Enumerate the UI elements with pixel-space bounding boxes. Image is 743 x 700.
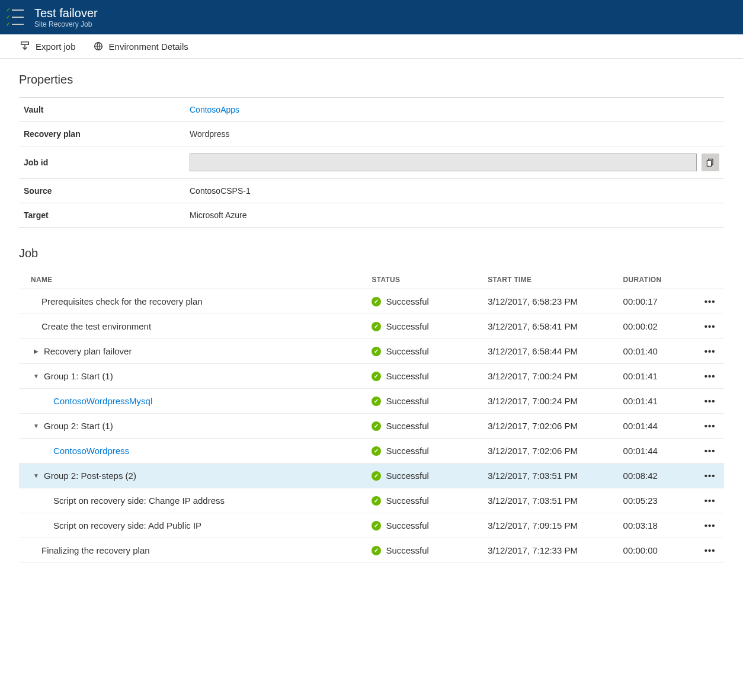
start-time-value: 3/12/2017, 7:12:33 PM [483, 538, 618, 563]
export-job-label: Export job [36, 41, 76, 52]
ellipsis-icon: ••• [704, 321, 716, 331]
recovery-plan-label: Recovery plan [19, 122, 185, 146]
col-status-header[interactable]: STATUS [367, 271, 483, 289]
start-time-value: 3/12/2017, 7:02:06 PM [483, 439, 618, 464]
table-row[interactable]: Finalizing the recovery plan✓Successful3… [19, 538, 724, 563]
table-row[interactable]: Group 2: Start (1)✓Successful3/12/2017, … [19, 414, 724, 439]
status-text: Successful [386, 396, 429, 406]
table-row[interactable]: ContosoWordpress✓Successful3/12/2017, 7:… [19, 439, 724, 464]
status-text: Successful [386, 321, 429, 331]
duration-value: 00:03:18 [619, 513, 696, 538]
start-time-value: 3/12/2017, 6:58:44 PM [483, 339, 618, 364]
chevron-down-icon[interactable] [32, 373, 40, 379]
row-menu-button[interactable]: ••• [696, 538, 724, 563]
status-text: Successful [386, 371, 429, 381]
globe-icon [92, 40, 104, 52]
duration-value: 00:00:02 [619, 314, 696, 339]
vault-link[interactable]: ContosoApps [190, 105, 239, 114]
toolbar: Export job Environment Details [0, 34, 743, 59]
ellipsis-icon: ••• [704, 421, 716, 431]
start-time-value: 3/12/2017, 7:03:51 PM [483, 464, 618, 488]
duration-value: 00:01:44 [619, 414, 696, 439]
job-step-name: Script on recovery side: Add Public IP [53, 520, 201, 530]
environment-details-label: Environment Details [109, 41, 188, 52]
start-time-value: 3/12/2017, 7:00:24 PM [483, 364, 618, 389]
ellipsis-icon: ••• [704, 545, 716, 555]
job-step-name: Group 2: Post-steps (2) [44, 471, 136, 481]
ellipsis-icon: ••• [704, 396, 716, 406]
properties-heading: Properties [19, 73, 724, 87]
table-row[interactable]: ContosoWordpressMysql✓Successful3/12/201… [19, 389, 724, 414]
duration-value: 00:01:41 [619, 389, 696, 414]
ellipsis-icon: ••• [704, 471, 716, 481]
table-row[interactable]: Group 2: Post-steps (2)✓Successful3/12/2… [19, 464, 724, 488]
export-icon [19, 40, 31, 52]
job-step-name: Script on recovery side: Change IP addre… [53, 496, 225, 506]
status-text: Successful [386, 346, 429, 356]
start-time-value: 3/12/2017, 7:09:15 PM [483, 513, 618, 538]
job-step-name: Create the test environment [41, 321, 151, 331]
environment-details-button[interactable]: Environment Details [92, 40, 188, 52]
job-step-name: Prerequisites check for the recovery pla… [41, 296, 203, 306]
row-menu-button[interactable]: ••• [696, 314, 724, 339]
table-row[interactable]: Recovery plan failover✓Successful3/12/20… [19, 339, 724, 364]
row-menu-button[interactable]: ••• [696, 364, 724, 389]
table-row[interactable]: Script on recovery side: Change IP addre… [19, 488, 724, 513]
source-label: Source [19, 179, 185, 203]
success-icon: ✓ [372, 322, 381, 331]
chevron-down-icon[interactable] [32, 472, 40, 479]
table-row[interactable]: Create the test environment✓Successful3/… [19, 314, 724, 339]
duration-value: 00:05:23 [619, 488, 696, 513]
col-start-time-header[interactable]: START TIME [483, 271, 618, 289]
col-name-header[interactable]: NAME [19, 271, 367, 289]
job-id-input[interactable] [190, 154, 697, 171]
status-text: Successful [386, 421, 429, 431]
row-menu-button[interactable]: ••• [696, 414, 724, 439]
copy-icon [706, 158, 715, 167]
ellipsis-icon: ••• [704, 520, 716, 530]
row-menu-button[interactable]: ••• [696, 289, 724, 314]
recovery-plan-value: Wordpress [185, 122, 724, 146]
target-label: Target [19, 203, 185, 228]
job-step-name[interactable]: ContosoWordpressMysql [53, 396, 152, 406]
job-step-name[interactable]: ContosoWordpress [53, 446, 129, 456]
status-text: Successful [386, 496, 429, 506]
success-icon: ✓ [372, 297, 381, 306]
row-menu-button[interactable]: ••• [696, 488, 724, 513]
success-icon: ✓ [372, 347, 381, 356]
table-row[interactable]: Group 1: Start (1)✓Successful3/12/2017, … [19, 364, 724, 389]
table-row[interactable]: Prerequisites check for the recovery pla… [19, 289, 724, 314]
status-text: Successful [386, 296, 429, 306]
job-id-label: Job id [19, 146, 185, 179]
col-duration-header[interactable]: DURATION [619, 271, 696, 289]
success-icon: ✓ [372, 496, 381, 506]
row-menu-button[interactable]: ••• [696, 439, 724, 464]
svg-rect-3 [707, 161, 711, 167]
success-icon: ✓ [372, 546, 381, 555]
table-row[interactable]: Script on recovery side: Add Public IP✓S… [19, 513, 724, 538]
copy-button[interactable] [702, 154, 719, 171]
job-step-name: Recovery plan failover [44, 346, 132, 356]
row-menu-button[interactable]: ••• [696, 513, 724, 538]
export-job-button[interactable]: Export job [19, 40, 76, 52]
duration-value: 00:01:41 [619, 364, 696, 389]
job-step-name: Finalizing the recovery plan [41, 545, 150, 555]
chevron-down-icon[interactable] [32, 423, 40, 429]
duration-value: 00:08:42 [619, 464, 696, 488]
vault-label: Vault [19, 98, 185, 122]
success-icon: ✓ [372, 471, 381, 481]
start-time-value: 3/12/2017, 6:58:41 PM [483, 314, 618, 339]
row-menu-button[interactable]: ••• [696, 339, 724, 364]
duration-value: 00:01:44 [619, 439, 696, 464]
success-icon: ✓ [372, 446, 381, 456]
duration-value: 00:00:17 [619, 289, 696, 314]
row-menu-button[interactable]: ••• [696, 464, 724, 488]
source-value: ContosoCSPS-1 [185, 179, 724, 203]
success-icon: ✓ [372, 372, 381, 381]
success-icon: ✓ [372, 421, 381, 431]
job-heading: Job [19, 247, 724, 260]
row-menu-button[interactable]: ••• [696, 389, 724, 414]
chevron-right-icon[interactable] [32, 348, 40, 354]
status-text: Successful [386, 545, 429, 555]
job-step-name: Group 1: Start (1) [44, 371, 113, 381]
